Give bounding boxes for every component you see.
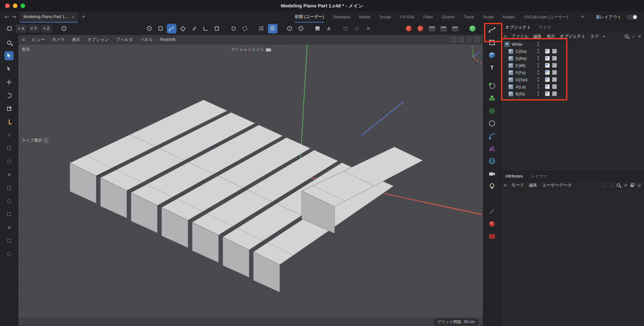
layout-tab-model[interactable]: Model — [359, 12, 370, 23]
workplane-icon[interactable] — [257, 24, 266, 34]
modeling-settings-icon[interactable] — [240, 24, 250, 34]
tag-icon-flag[interactable] — [545, 91, 550, 96]
visibility-dots[interactable] — [537, 70, 539, 74]
select-tool-icon[interactable] — [5, 64, 14, 73]
snapping-grid-icon[interactable] — [268, 24, 278, 34]
viewport-menu-camera[interactable]: カメラ — [52, 37, 65, 43]
panel-menu-icon[interactable]: ≡ — [504, 34, 507, 39]
spline-pen-icon[interactable] — [487, 25, 497, 35]
spline-primitive-icon[interactable] — [487, 38, 497, 47]
menu-objects[interactable]: オブジェクト — [560, 34, 585, 39]
layout-tab-track[interactable]: Track — [464, 12, 474, 23]
scene-canvas[interactable]: Yzx — [18, 44, 483, 326]
tag-icon-flag[interactable] — [545, 84, 550, 89]
close-window-button[interactable] — [5, 4, 10, 8]
tag-icon-checker[interactable] — [552, 70, 557, 75]
render-settings-icon[interactable] — [427, 24, 437, 34]
motext-icon[interactable]: T — [487, 63, 497, 72]
light-object-icon[interactable] — [487, 181, 497, 191]
layout-tab-initial[interactable]: 初期 (ユーザー) — [295, 12, 324, 23]
tag-icon-flag[interactable] — [545, 70, 550, 75]
move-tool-icon[interactable] — [5, 78, 14, 87]
object-row-b-si[interactable]: B(Si) — [501, 90, 644, 97]
interactive-render-icon[interactable] — [468, 24, 477, 34]
enable-axis-icon[interactable] — [5, 117, 14, 126]
make-editable-icon[interactable] — [5, 24, 14, 34]
layout-tab-script[interactable]: Script — [483, 12, 494, 23]
environment-globe-icon[interactable] — [487, 156, 497, 166]
cube-primitive-icon[interactable] — [313, 24, 322, 34]
deformer-gear-icon[interactable] — [487, 106, 497, 116]
visibility-dots[interactable] — [537, 56, 539, 60]
new-layout-button[interactable]: 新レイアウト — [596, 14, 621, 20]
object-row-e-mi[interactable]: E(Mi) — [501, 62, 644, 69]
viewport-menu-redshift[interactable]: Redshift — [160, 37, 175, 42]
field-hexagon-icon[interactable] — [487, 119, 497, 128]
tag-icon-checker[interactable] — [552, 63, 557, 68]
menu-overflow-icon[interactable]: ▸ — [604, 34, 606, 38]
add-layout-button[interactable]: + — [581, 14, 584, 20]
render-queue-icon[interactable] — [439, 24, 448, 34]
viewport-menu-icon[interactable]: ≡ — [22, 37, 25, 42]
camera-label-row[interactable]: デフォルトカメラ — [18, 47, 483, 53]
close-tab-icon[interactable]: × — [71, 14, 74, 19]
tag-icon-flag[interactable] — [545, 49, 550, 53]
plane-tool-icon[interactable] — [212, 24, 222, 34]
spline-ring-icon[interactable] — [296, 24, 306, 34]
layout-tab-sculpt[interactable]: Sculpt — [379, 12, 391, 23]
x-axis-button[interactable]: X — [16, 24, 27, 33]
layout-tab-nodes[interactable]: Nodes — [503, 12, 515, 23]
object-row-g-sol[interactable]: G(Sol) — [501, 76, 644, 83]
visibility-dots[interactable] — [537, 42, 539, 46]
pan-view-icon[interactable] — [451, 37, 456, 42]
viewport-menu-display[interactable]: 表示 — [72, 37, 80, 43]
menu-mode[interactable]: モード — [511, 182, 524, 188]
target-icon[interactable]: ◎ — [637, 183, 641, 187]
visibility-dots[interactable] — [537, 49, 539, 53]
rotate-tool-icon[interactable] — [5, 91, 14, 100]
visibility-dots[interactable] — [537, 91, 539, 96]
layout-tab-uvedit[interactable]: UV Edit — [400, 12, 414, 23]
forward-arrow-icon[interactable]: → — [609, 183, 613, 187]
cube-primitive-icon[interactable] — [487, 50, 497, 60]
redo-icon[interactable]: ↪ — [12, 14, 16, 20]
tag-icon-checker[interactable] — [552, 56, 557, 61]
render-setup-icon[interactable] — [487, 232, 497, 241]
visibility-dots[interactable] — [537, 84, 539, 89]
y-axis-button[interactable]: Y — [28, 24, 39, 33]
object-row-d-re[interactable]: D(Re) — [501, 55, 644, 62]
tab-objects[interactable]: オブジェクト — [505, 24, 531, 30]
tab-layers[interactable]: レイヤー — [531, 173, 548, 179]
menu-view[interactable]: 表示 — [546, 34, 555, 39]
viewport-perspective[interactable]: ≡ ビュー カメラ 表示 オプション フィルタ パネル Redshift — [18, 35, 483, 326]
menu-edit[interactable]: 編集 — [533, 34, 542, 39]
render-view-icon[interactable] — [404, 24, 413, 34]
tab-attributes[interactable]: Attributes — [505, 174, 523, 178]
visibility-dots[interactable] — [537, 77, 539, 82]
object-row-f-fa[interactable]: F(Fa) — [501, 69, 644, 76]
list-icon[interactable]: ≡ — [624, 183, 627, 188]
search-icon[interactable] — [617, 183, 620, 187]
layout-lock-toggle[interactable] — [627, 14, 638, 20]
document-tab[interactable]: Modeling Piano Part 1... × — [20, 12, 78, 23]
panel-menu-icon[interactable]: ≡ — [504, 183, 507, 188]
layout-tab-groom[interactable]: Groom — [442, 12, 455, 23]
tag-icon-checker[interactable] — [552, 49, 557, 53]
zoom-tool-icon[interactable] — [5, 38, 14, 47]
tag-icon-flag[interactable] — [545, 77, 550, 82]
minimize-window-button[interactable] — [13, 4, 17, 8]
menu-edit[interactable]: 編集 — [529, 182, 537, 188]
tag-icon-checker[interactable] — [552, 91, 557, 96]
chevron-right-icon[interactable]: ▸ — [43, 138, 48, 143]
tag-icon-flag[interactable] — [545, 56, 550, 61]
snap-sphere-icon[interactable] — [229, 24, 238, 34]
spline-circle-icon[interactable] — [285, 24, 294, 34]
lock-icon[interactable] — [630, 185, 634, 187]
ring-tool-icon[interactable] — [144, 24, 154, 34]
object-row-white[interactable]: White — [501, 41, 644, 48]
layout-tab-uvedit-user[interactable]: UVEdit-User (ユーザー) — [524, 12, 568, 23]
array-generator-icon[interactable] — [487, 93, 497, 103]
search-icon[interactable] — [625, 34, 628, 38]
menu-userdata[interactable]: ユーザーデータ — [542, 182, 572, 188]
home-icon[interactable]: ⌂ — [632, 34, 635, 39]
